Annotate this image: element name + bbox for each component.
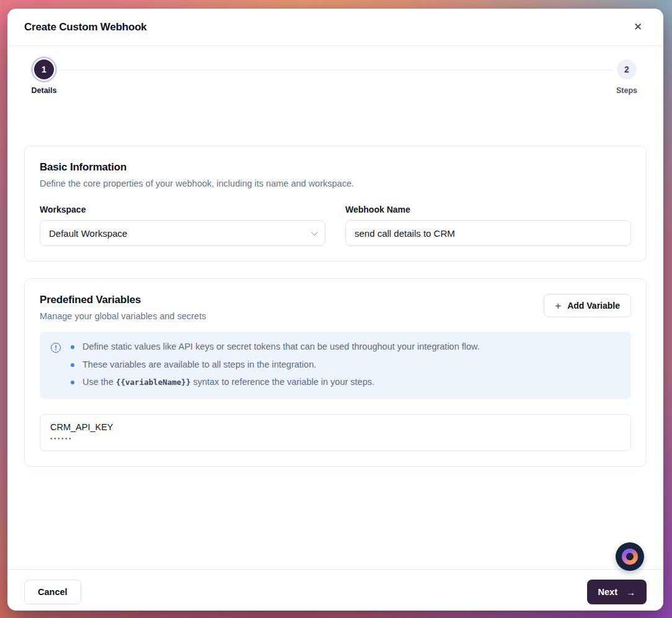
info-bullet-2: These variables are available to all ste… <box>69 359 480 371</box>
step-steps: 2 Steps <box>607 60 647 95</box>
basic-information-card: Basic Information Define the core proper… <box>24 146 647 262</box>
info-icon: ! <box>51 343 61 353</box>
add-variable-button[interactable]: + Add Variable <box>544 294 631 317</box>
variables-info-list: Define static values like API keys or se… <box>69 341 480 389</box>
info-bullet-3: Use the {{variableName}} syntax to refer… <box>69 376 480 389</box>
info-bullet-1: Define static values like API keys or se… <box>69 341 480 353</box>
basic-information-subtitle: Define the core properties of your webho… <box>40 179 631 188</box>
modal-footer: Cancel Next → <box>7 569 663 611</box>
arrow-right-icon: → <box>626 588 635 597</box>
webhook-name-input[interactable] <box>345 220 631 246</box>
variable-name: CRM_API_KEY <box>50 422 621 432</box>
basic-information-title: Basic Information <box>40 161 631 174</box>
close-icon: ✕ <box>634 22 642 32</box>
add-variable-label: Add Variable <box>567 301 620 311</box>
workspace-selected-value: Default Workspace <box>49 228 127 239</box>
variables-info-box: ! Define static values like API keys or … <box>40 332 631 399</box>
variable-syntax-token: {{variableName}} <box>116 377 190 387</box>
workspace-label: Workspace <box>40 205 325 214</box>
variable-masked-value: •••••• <box>50 435 621 442</box>
workspace-field-group: Workspace Default Workspace <box>40 205 325 246</box>
predefined-variables-card: Predefined Variables Manage your global … <box>24 278 647 467</box>
step-details-label: Details <box>24 86 64 95</box>
brand-logo[interactable] <box>616 542 644 571</box>
modal-title: Create Custom Webhook <box>24 21 147 33</box>
modal-header: Create Custom Webhook ✕ <box>7 9 663 46</box>
stepper: 1 Details 2 Steps <box>7 46 663 125</box>
create-webhook-modal: Create Custom Webhook ✕ 1 Details 2 Step… <box>7 9 663 611</box>
webhook-name-field-group: Webhook Name <box>345 205 631 246</box>
step-steps-number: 2 <box>624 64 629 74</box>
close-button[interactable]: ✕ <box>629 19 647 36</box>
variable-item-crm-api-key[interactable]: CRM_API_KEY •••••• <box>40 414 631 451</box>
step-steps-label: Steps <box>607 86 647 95</box>
step-steps-circle[interactable]: 2 <box>617 60 637 79</box>
predefined-variables-title: Predefined Variables <box>40 294 206 306</box>
next-button[interactable]: Next → <box>587 580 647 604</box>
step-details-number: 1 <box>42 64 46 74</box>
predefined-variables-subtitle: Manage your global variables and secrets <box>40 311 206 321</box>
step-details: 1 Details <box>24 60 64 95</box>
step-details-circle[interactable]: 1 <box>34 60 54 79</box>
predefined-variables-heading: Predefined Variables Manage your global … <box>40 294 206 321</box>
plus-icon: + <box>555 301 561 311</box>
next-button-label: Next <box>598 587 617 597</box>
webhook-name-label: Webhook Name <box>345 205 631 214</box>
stepper-connector-line <box>58 69 612 71</box>
modal-body: Basic Information Define the core proper… <box>7 125 663 569</box>
brand-ring-icon <box>622 549 638 565</box>
chevron-down-icon <box>311 229 318 236</box>
workspace-select[interactable]: Default Workspace <box>40 220 325 246</box>
cancel-button[interactable]: Cancel <box>24 580 81 604</box>
